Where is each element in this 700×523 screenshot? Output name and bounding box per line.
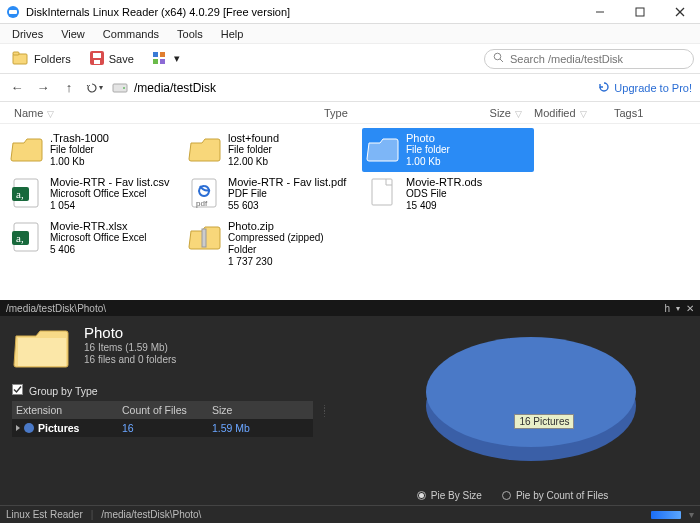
save-button[interactable]: Save (83, 48, 140, 70)
zip-icon (188, 220, 222, 254)
svg-rect-10 (94, 60, 100, 64)
svg-point-15 (494, 53, 501, 60)
svg-point-18 (123, 87, 125, 89)
detail-th-ext[interactable]: Extension (12, 404, 122, 416)
search-input[interactable] (510, 53, 685, 65)
view-options-button[interactable]: ▾ (146, 49, 186, 69)
svg-text:pdf: pdf (196, 199, 208, 208)
toolbar: Folders Save ▾ (0, 44, 700, 74)
file-type: Compressed (zipped) Folder (228, 232, 352, 256)
group-by-type-checkbox[interactable]: Group by Type (12, 384, 313, 397)
chevron-down-icon: ▾ (174, 52, 180, 65)
file-item[interactable]: PhotoFile folder1.00 Kb (362, 128, 534, 172)
pie-by-count-radio[interactable]: Pie by Count of Files (502, 490, 608, 501)
file-item[interactable]: pdfMovie-RTR - Fav list.pdfPDF File55 60… (184, 172, 356, 216)
maximize-button[interactable] (620, 0, 660, 24)
file-type: File folder (406, 144, 450, 156)
pie-by-size-radio[interactable]: Pie By Size (417, 490, 482, 501)
file-size: 1.00 Kb (50, 156, 109, 168)
detail-left-pane: Photo 16 Items (1.59 Mb) 16 files and 0 … (0, 316, 325, 505)
svg-line-16 (500, 59, 503, 62)
upgrade-label: Upgrade to Pro! (614, 82, 692, 94)
svg-rect-3 (636, 8, 644, 16)
folder-large-icon (12, 324, 72, 372)
col-name[interactable]: Name▽ (8, 107, 318, 119)
history-button[interactable]: ▾ (86, 82, 104, 94)
file-type: Microsoft Office Excel (50, 188, 170, 200)
detail-th-size[interactable]: Size (212, 404, 292, 416)
svg-text:a,: a, (16, 188, 24, 200)
up-button[interactable]: ↑ (60, 80, 78, 95)
detail-close-icon[interactable]: ✕ (686, 303, 694, 314)
detail-row-count: 16 (122, 422, 212, 434)
svg-rect-1 (9, 10, 17, 14)
group-label: Group by Type (29, 385, 98, 397)
file-item[interactable]: lost+foundFile folder12.00 Kb (184, 128, 356, 172)
menu-commands[interactable]: Commands (95, 26, 167, 42)
path-bar[interactable]: /media/testDisk (112, 81, 216, 95)
file-type: File folder (50, 144, 109, 156)
detail-h-button[interactable]: h (664, 303, 670, 314)
expand-icon[interactable] (16, 425, 20, 431)
file-name: Movie-RTR.xlsx (50, 220, 147, 232)
detail-th-count[interactable]: Count of Files (122, 404, 212, 416)
save-icon (89, 50, 105, 68)
file-size: 55 603 (228, 200, 346, 212)
menu-help[interactable]: Help (213, 26, 252, 42)
file-name: Photo.zip (228, 220, 352, 232)
status-corner-icon: ▾ (689, 509, 694, 520)
detail-dropdown-icon[interactable]: ▾ (676, 304, 680, 313)
pie-mini-icon (24, 423, 34, 433)
folder-icon (188, 132, 222, 166)
svg-rect-9 (93, 53, 101, 58)
col-type[interactable]: Type (318, 107, 378, 119)
file-name: Movie-RTR - Fav list.csv (50, 176, 170, 188)
col-size[interactable]: Size▽ (378, 107, 528, 119)
file-item[interactable]: Photo.zipCompressed (zipped) Folder1 737… (184, 216, 356, 272)
upgrade-link[interactable]: Upgrade to Pro! (598, 81, 692, 95)
file-item[interactable]: .Trash-1000File folder1.00 Kb (6, 128, 178, 172)
excel-icon: a, (10, 176, 44, 210)
navigation-row: ← → ↑ ▾ /media/testDisk Upgrade to Pro! (0, 74, 700, 102)
svg-rect-11 (153, 52, 158, 57)
back-button[interactable]: ← (8, 80, 26, 95)
detail-table: Extension Count of Files Size Pictures 1… (12, 401, 313, 437)
status-path: /media/testDisk\Photo\ (101, 509, 201, 520)
detail-header: /media/testDisk\Photo\ h ▾ ✕ (0, 300, 700, 316)
file-name: Photo (406, 132, 450, 144)
detail-row-pictures[interactable]: Pictures 16 1.59 Mb (12, 419, 313, 437)
folders-button[interactable]: Folders (6, 48, 77, 70)
menu-drives[interactable]: Drives (4, 26, 51, 42)
col-tags1[interactable]: Tags1 (608, 107, 668, 119)
detail-right-pane: 16 Pictures Pie By Size Pie by Count of … (325, 316, 700, 505)
detail-sub1: 16 Items (1.59 Mb) (84, 342, 176, 353)
svg-rect-14 (160, 59, 165, 64)
folder-icon (10, 132, 44, 166)
menu-view[interactable]: View (53, 26, 93, 42)
folder-icon (366, 132, 400, 166)
file-name: Movie-RTR.ods (406, 176, 482, 188)
svg-rect-12 (160, 52, 165, 57)
excel-icon: a, (10, 220, 44, 254)
detail-sub2: 16 files and 0 folders (84, 354, 176, 365)
file-item[interactable]: a,Movie-RTR.xlsxMicrosoft Office Excel5 … (6, 216, 178, 260)
file-name: .Trash-1000 (50, 132, 109, 144)
forward-button[interactable]: → (34, 80, 52, 95)
svg-rect-13 (153, 59, 158, 64)
pie-by-count-label: Pie by Count of Files (516, 490, 608, 501)
search-box[interactable] (484, 49, 694, 69)
col-modified[interactable]: Modified▽ (528, 107, 608, 119)
detail-panel: /media/testDisk\Photo\ h ▾ ✕ Photo 16 It… (0, 300, 700, 505)
path-text: /media/testDisk (134, 81, 216, 95)
blank-icon (366, 176, 400, 210)
pdf-icon: pdf (188, 176, 222, 210)
detail-breadcrumb: /media/testDisk\Photo\ (6, 303, 106, 314)
svg-rect-7 (13, 52, 19, 55)
file-size: 5 406 (50, 244, 147, 256)
minimize-button[interactable] (580, 0, 620, 24)
menu-tools[interactable]: Tools (169, 26, 211, 42)
file-item[interactable]: a,Movie-RTR - Fav list.csvMicrosoft Offi… (6, 172, 178, 216)
close-button[interactable] (660, 0, 700, 24)
refresh-icon (598, 81, 610, 95)
file-item[interactable]: Movie-RTR.odsODS File15 409 (362, 172, 534, 216)
